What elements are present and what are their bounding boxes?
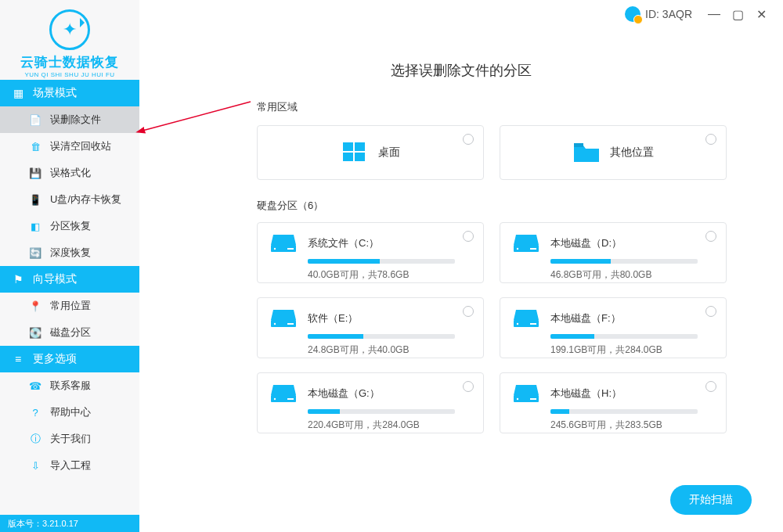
radio-icon [705,134,716,145]
sidebar-item-0-4[interactable]: ◧分区恢复 [0,213,139,239]
partition-card-5[interactable]: 本地磁盘（H:） 245.6GB可用，共283.5GB [500,372,727,433]
sidebar-item-2-3[interactable]: ⇩导入工程 [0,452,139,479]
brand-sub: YUN QI SHI SHU JU HUI FU [24,71,114,78]
sidebar-item-0-0[interactable]: 📄误删除文件 [0,106,139,133]
usage-bar [308,409,455,414]
main-area: ID: 3AQR — ▢ ✕ 选择误删除文件的分区 常用区域 桌面 其他位置 硬… [139,0,783,532]
sidebar-section-header: ≡更多选项 [0,346,139,372]
common-area-label: 常用区域 [257,100,760,114]
sidebar-section-header: ▦场景模式 [0,80,139,106]
svg-rect-7 [287,248,294,250]
brand-name: 云骑士数据恢复 [20,53,119,71]
svg-point-9 [517,248,518,250]
sidebar-item-label: 深度恢复 [50,246,91,260]
version-bar: 版本号：3.21.0.17 [0,515,139,532]
section-title: 场景模式 [33,86,77,100]
svg-point-18 [274,398,276,400]
section-icon: ▦ [11,86,25,100]
partition-name: 本地磁盘（G:） [308,386,380,401]
sidebar-item-2-2[interactable]: ⓘ关于我们 [0,426,139,452]
card-label: 其他位置 [610,146,654,160]
svg-rect-13 [287,323,294,325]
svg-rect-0 [343,142,353,151]
svg-rect-3 [355,153,365,161]
partition-name: 本地磁盘（F:） [550,311,621,325]
user-icon [625,6,640,22]
partition-info: 46.8GB可用，共80.0GB [550,268,715,282]
radio-icon [705,381,716,392]
sidebar-item-label: 常用位置 [50,299,91,313]
import-icon: ⇩ [28,458,42,473]
sdcard-icon: 📱 [28,192,42,207]
trash-icon: 🗑 [28,139,42,153]
partition-card-4[interactable]: 本地磁盘（G:） 220.4GB可用，共284.0GB [257,372,484,433]
svg-rect-1 [355,142,365,151]
windows-icon [341,139,367,166]
partition-card-0[interactable]: 系统文件（C:） 40.0GB可用，共78.6GB [257,222,484,283]
sidebar-item-1-1[interactable]: 💽磁盘分区 [0,319,139,346]
disk-icon [513,383,539,404]
disk-icon [270,232,297,254]
sidebar-item-0-2[interactable]: 💾误格式化 [0,160,139,186]
disk-icon [513,307,539,329]
svg-rect-22 [530,398,536,400]
usage-bar [550,259,698,264]
section-title: 更多选项 [33,352,77,366]
partition-info: 40.0GB可用，共78.6GB [308,268,472,282]
partition-card-2[interactable]: 软件（E:） 24.8GB可用，共40.0GB [257,297,484,358]
sidebar-item-label: 误删除文件 [50,113,101,127]
sidebar-item-label: U盘/内存卡恢复 [50,192,121,207]
partition-name: 本地磁盘（D:） [550,236,622,250]
sidebar-item-0-3[interactable]: 📱U盘/内存卡恢复 [0,186,139,213]
usage-bar [308,334,455,339]
partition-name: 系统文件（C:） [308,236,379,250]
usage-bar [550,409,698,414]
sidebar-item-label: 导入工程 [50,458,91,473]
info-icon: ⓘ [28,432,42,446]
sidebar-item-label: 联系客服 [50,379,91,393]
svg-rect-10 [530,248,536,250]
start-scan-button[interactable]: 开始扫描 [670,485,752,515]
svg-rect-2 [343,153,353,161]
minimize-button[interactable]: — [706,6,722,22]
titlebar: ID: 3AQR — ▢ ✕ [625,6,769,22]
svg-rect-16 [530,323,536,325]
partition-info: 199.1GB可用，共284.0GB [550,343,715,357]
radio-icon [463,134,474,145]
user-id-text: ID: 3AQR [645,8,692,20]
user-id-badge[interactable]: ID: 3AQR [625,6,692,22]
sidebar-item-1-0[interactable]: 📍常用位置 [0,293,139,319]
phone-icon: ☎ [28,379,42,393]
disk-icon: 💽 [28,325,42,340]
svg-point-6 [274,248,276,250]
sidebar-item-label: 帮助中心 [50,405,91,419]
maximize-button[interactable]: ▢ [730,6,745,22]
disk-icon [513,232,539,254]
usage-bar [308,259,455,264]
disk-icon [270,307,297,329]
partition-icon: ◧ [28,219,42,233]
partition-card-3[interactable]: 本地磁盘（F:） 199.1GB可用，共284.0GB [500,297,727,358]
partition-info: 220.4GB可用，共284.0GB [308,419,472,432]
common-card-0[interactable]: 桌面 [257,125,484,180]
svg-rect-4 [574,143,583,147]
sidebar-item-2-0[interactable]: ☎联系客服 [0,372,139,399]
svg-point-12 [274,323,276,325]
close-button[interactable]: ✕ [753,6,769,22]
section-icon: ≡ [11,352,25,366]
deep-icon: 🔄 [28,246,42,260]
sidebar-item-0-1[interactable]: 🗑误清空回收站 [0,133,139,160]
section-title: 向导模式 [33,272,77,286]
partition-card-1[interactable]: 本地磁盘（D:） 46.8GB可用，共80.0GB [500,222,727,283]
common-card-1[interactable]: 其他位置 [500,125,727,180]
page-title: 选择误删除文件的分区 [163,61,760,80]
sidebar-item-0-5[interactable]: 🔄深度恢复 [0,239,139,266]
radio-icon [463,231,474,242]
sidebar-item-2-1[interactable]: ?帮助中心 [0,399,139,426]
section-icon: ⚑ [11,272,25,286]
sidebar-item-label: 误清空回收站 [50,139,111,153]
sidebar-item-label: 磁盘分区 [50,325,91,340]
partition-name: 软件（E:） [308,311,358,325]
sidebar-item-label: 关于我们 [50,432,91,446]
file-recover-icon: 📄 [28,113,42,127]
